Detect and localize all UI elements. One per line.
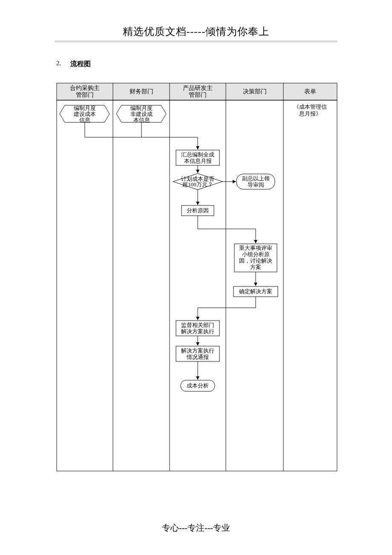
node-a-l1: 编制月度 (74, 105, 96, 111)
node-j-l2: 情况通报 (186, 354, 209, 360)
flowchart: 合约采购主 管部门 财务部门 产品研发主 管部门 决策部门 表单 《成本管理信 … (55, 82, 339, 474)
node-g-l4: 方案 (250, 264, 261, 270)
lane-1-title-b: 管部门 (76, 92, 94, 98)
node-e: 分析原因 (187, 207, 209, 214)
node-a-l3: 信息 (79, 117, 90, 123)
section-title: 流程图 (70, 60, 91, 69)
node-g-l2: 小组分析原 (242, 251, 270, 257)
lane-1-title: 合约采购主 (70, 85, 100, 91)
form-doc-2: 息月报》 (299, 110, 321, 117)
form-doc-1: 《成本管理信 (294, 104, 327, 110)
node-b-l3: 本信息 (133, 117, 150, 123)
node-f-l1: 副总以上领 (242, 175, 270, 182)
node-i-l2: 解决方案执行 (181, 328, 214, 335)
node-c-l1: 汇总编制全成 (181, 151, 214, 158)
conn-h-i (198, 297, 256, 320)
node-c-l2: 本信息月报 (184, 158, 212, 164)
node-b-l1: 编制月度 (130, 105, 153, 111)
node-k: 成本分析 (187, 382, 209, 389)
node-b-l2: 非建设成 (130, 111, 153, 117)
page-header: 精选优质文档-----倾情为你奉上 (0, 0, 392, 38)
node-f-l2: 导审阅 (248, 182, 264, 188)
page-footer: 专心---专注---专业 (0, 522, 392, 534)
conn-e-g (198, 216, 256, 243)
node-h: 确定解决方案 (239, 288, 272, 295)
node-g-l1: 重大事项评审 (239, 245, 272, 251)
node-g-l3: 因，讨论解决 (239, 257, 272, 264)
node-i-l1: 监督相关部门 (181, 322, 214, 328)
lane-2-title: 财务部门 (130, 88, 153, 95)
lane-4-title: 决策部门 (243, 88, 267, 95)
node-j-l1: 解决方案执行 (181, 347, 214, 354)
section-number: 2. (56, 60, 61, 67)
lane-3-title-b: 管部门 (189, 92, 207, 98)
lane-5-title: 表单 (304, 88, 316, 95)
header-rule (55, 41, 337, 43)
node-d-l2: 超100万元？ (182, 181, 213, 188)
node-a-l2: 建设成本 (73, 111, 96, 117)
lane-3-title: 产品研发主 (183, 85, 213, 91)
